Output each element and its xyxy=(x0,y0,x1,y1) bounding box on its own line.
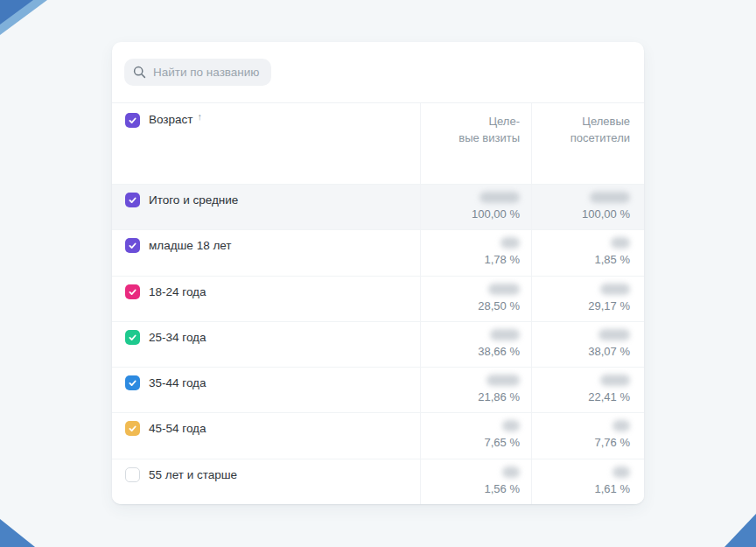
redacted-value xyxy=(612,466,630,478)
sort-ascending-icon[interactable]: ↑ xyxy=(198,111,203,122)
redacted-value xyxy=(480,192,520,203)
search-input[interactable]: Найти по названию xyxy=(124,59,271,86)
percent-value: 28,50 % xyxy=(478,299,520,312)
redacted-value xyxy=(600,284,630,295)
redacted-value xyxy=(600,375,630,386)
table-row-25-34[interactable]: 25-34 года 38,66 % 38,07 % xyxy=(112,321,644,367)
percent-value: 1,78 % xyxy=(485,253,520,266)
row-checkbox[interactable] xyxy=(125,421,140,436)
row-label: Итого и средние xyxy=(149,193,238,207)
percent-value: 38,66 % xyxy=(478,345,520,358)
percent-value: 1,61 % xyxy=(595,482,630,495)
column-header-target-visitors[interactable]: Целевые посетители xyxy=(531,103,644,184)
corner-decoration-bottom-right xyxy=(724,514,756,547)
row-checkbox[interactable] xyxy=(125,238,140,253)
percent-value: 1,56 % xyxy=(485,482,520,495)
percent-value: 7,76 % xyxy=(595,436,630,449)
table-row-18-24[interactable]: 18-24 года 28,50 % 29,17 % xyxy=(112,276,644,321)
percent-value: 100,00 % xyxy=(472,207,520,221)
row-label: 35-44 года xyxy=(149,375,206,390)
percent-value: 21,86 % xyxy=(478,390,520,403)
redacted-value xyxy=(490,329,520,340)
percent-value: 22,41 % xyxy=(588,390,630,403)
redacted-value xyxy=(488,284,520,295)
percent-value: 100,00 % xyxy=(582,207,630,221)
table-row-35-44[interactable]: 35-44 года 21,86 % 22,41 % xyxy=(112,367,644,412)
redacted-value xyxy=(612,420,630,431)
table-row-under-18[interactable]: младше 18 лет 1,78 % 1,85 % xyxy=(112,229,644,275)
row-checkbox[interactable] xyxy=(125,330,140,345)
percent-value: 1,85 % xyxy=(595,253,630,266)
table-row-55-plus[interactable]: 55 лет и старше 1,56 % 1,61 % xyxy=(112,459,644,504)
report-table-card: Найти по названию Возраст ↑ Целе- вые ви… xyxy=(112,42,644,504)
check-icon xyxy=(128,424,137,433)
column-header-age[interactable]: Возраст xyxy=(149,113,193,126)
check-icon xyxy=(128,333,137,342)
select-all-checkbox[interactable] xyxy=(125,113,140,128)
row-checkbox[interactable] xyxy=(125,467,140,482)
redacted-value xyxy=(486,375,520,386)
search-icon xyxy=(133,66,146,79)
search-placeholder: Найти по названию xyxy=(153,66,260,79)
percent-value: 38,07 % xyxy=(588,345,630,358)
redacted-value xyxy=(611,237,630,249)
table-row-total[interactable]: Итого и средние 100,00 % 100,00 % xyxy=(112,184,644,229)
redacted-value xyxy=(502,420,520,431)
row-label: 18-24 года xyxy=(149,284,206,299)
redacted-value xyxy=(598,329,630,340)
table-header: Возраст ↑ Целе- вые визиты Целевые посет… xyxy=(112,103,644,184)
redacted-value xyxy=(500,237,520,249)
row-label: младше 18 лет xyxy=(149,238,232,253)
row-label: 25-34 года xyxy=(149,330,206,345)
percent-value: 7,65 % xyxy=(485,436,520,449)
table-body: Итого и средние 100,00 % 100,00 % младше… xyxy=(112,184,644,504)
redacted-value xyxy=(590,192,630,203)
check-icon xyxy=(128,378,137,388)
check-icon xyxy=(128,287,137,297)
check-icon xyxy=(128,241,137,250)
row-checkbox[interactable] xyxy=(125,193,140,207)
row-label: 45-54 года xyxy=(149,421,206,436)
row-label: 55 лет и старше xyxy=(149,467,237,482)
percent-value: 29,17 % xyxy=(588,299,630,312)
search-row: Найти по названию xyxy=(112,42,644,103)
row-checkbox[interactable] xyxy=(125,375,140,390)
redacted-value xyxy=(502,466,520,478)
check-icon xyxy=(128,116,137,125)
row-checkbox[interactable] xyxy=(125,284,140,299)
corner-decoration-bottom-left xyxy=(0,519,35,547)
check-icon xyxy=(128,195,137,205)
table-row-45-54[interactable]: 45-54 года 7,65 % 7,76 % xyxy=(112,412,644,458)
column-header-target-visits[interactable]: Целе- вые визиты xyxy=(420,103,531,184)
